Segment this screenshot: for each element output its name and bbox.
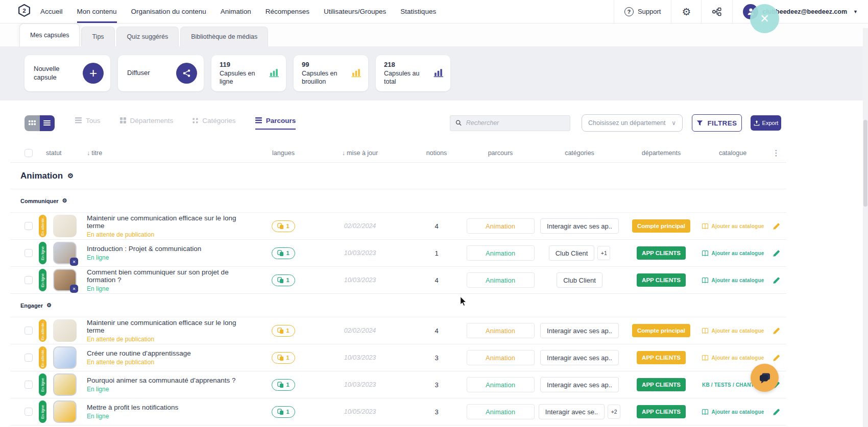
row-checkbox[interactable] xyxy=(25,222,33,230)
row-checkbox[interactable] xyxy=(25,354,33,362)
catalogue-action[interactable]: Ajouter au catalogue xyxy=(700,250,766,257)
filter-tab-categories[interactable]: Catégories xyxy=(192,117,235,130)
parcours-chip[interactable]: Animation xyxy=(467,272,535,288)
tab-mes-capsules[interactable]: Mes capsules xyxy=(19,23,80,46)
category-extra-chip[interactable]: +2 xyxy=(608,405,620,419)
capsule-thumbnail[interactable]: ✕ xyxy=(53,215,77,237)
list-icon xyxy=(255,117,262,123)
table-toolbar: Tous Départements Catégories Parcours Ch… xyxy=(0,101,868,133)
capsule-title[interactable]: Mettre à profit les notifications xyxy=(87,404,255,411)
export-button[interactable]: Export xyxy=(751,115,781,131)
filters-button[interactable]: FILTRES xyxy=(692,114,742,132)
filter-tab-parcours[interactable]: Parcours xyxy=(255,117,296,130)
list-view-icon[interactable] xyxy=(40,115,55,131)
catalogue-action[interactable]: Ajouter au catalogue xyxy=(700,277,766,284)
gear-icon[interactable]: ⚙ xyxy=(46,302,52,309)
search-input[interactable] xyxy=(466,119,565,127)
nav-item-accueil[interactable]: Accueil xyxy=(40,0,63,23)
grid-view-icon[interactable] xyxy=(25,115,40,131)
capsule-thumbnail[interactable]: ✕ xyxy=(53,269,77,291)
capsule-title[interactable]: Maintenir une communication efficace sur… xyxy=(87,214,255,230)
status-pill: En ligne xyxy=(39,269,46,291)
translate-icon xyxy=(277,277,284,284)
plus-icon: + xyxy=(83,63,104,84)
catalogue-action[interactable]: Ajouter au catalogue xyxy=(700,223,766,230)
header-titre[interactable]: ↓titre xyxy=(87,149,255,157)
capsule-thumbnail[interactable]: ✕ xyxy=(53,373,77,396)
new-capsule-button[interactable]: Nouvelle capsule + xyxy=(25,55,110,91)
settings-button[interactable]: ⚙ xyxy=(671,0,701,23)
capsule-title[interactable]: Introduction : Projet & communication xyxy=(87,245,255,253)
close-icon: ✕ xyxy=(760,12,769,26)
scrollbar-thumb[interactable] xyxy=(863,120,867,207)
filter-tab-tous[interactable]: Tous xyxy=(75,117,101,130)
category-chip: Interagir avec ses ap.. xyxy=(540,218,619,234)
catalogue-action[interactable]: Ajouter au catalogue xyxy=(700,355,766,361)
parcours-chip[interactable]: Animation xyxy=(467,404,535,419)
table-header-row: statut ↓titre langues ↓mise à jour notio… xyxy=(10,143,786,163)
column-options-icon[interactable]: ⋮ xyxy=(766,148,786,158)
nav-item-statistiques[interactable]: Statistiques xyxy=(400,0,436,23)
row-checkbox[interactable] xyxy=(25,249,33,257)
capsule-thumbnail[interactable]: ✕ xyxy=(53,242,77,264)
row-checkbox[interactable] xyxy=(25,276,33,284)
stat-capsules-brouillon: 99 Capsules en brouillon xyxy=(294,55,368,91)
capsule-title[interactable]: Créer une routine d'apprentissage xyxy=(87,349,255,357)
department-badge: APP CLIENTS xyxy=(637,273,686,287)
capsule-title[interactable]: Pourquoi animer sa communauté d'apprenan… xyxy=(87,376,255,384)
tab-bibliotheque[interactable]: Bibliothèque de médias xyxy=(180,27,268,46)
view-toggle[interactable] xyxy=(25,115,55,131)
diffuser-button[interactable]: Diffuser xyxy=(118,55,204,91)
search-box[interactable] xyxy=(450,115,570,131)
gear-icon[interactable]: ⚙ xyxy=(62,197,67,204)
tab-quiz-suggeres[interactable]: Quiz suggérés xyxy=(116,27,179,46)
parcours-chip[interactable]: Animation xyxy=(467,350,535,365)
capsule-title[interactable]: Comment bien communiquer sur son projet … xyxy=(87,268,255,284)
department-select[interactable]: Choisissez un département ∨ xyxy=(582,114,683,132)
filter-tab-departements[interactable]: Départements xyxy=(120,117,174,130)
capsule-title[interactable]: Maintenir une communication efficace sur… xyxy=(87,319,255,334)
gear-icon[interactable]: ⚙ xyxy=(67,172,74,180)
nav-item-recompenses[interactable]: Récompenses xyxy=(266,0,309,23)
edit-icon[interactable] xyxy=(773,327,780,335)
navbar-right: ? Support ⚙ clubbeedeez@beedeez.com ▼ xyxy=(614,0,868,23)
edit-icon[interactable] xyxy=(773,249,780,257)
parcours-chip[interactable]: Animation xyxy=(467,245,535,261)
edit-icon[interactable] xyxy=(773,277,780,284)
capsule-thumbnail[interactable]: ✕ xyxy=(53,400,77,423)
chat-launcher-button[interactable] xyxy=(751,364,779,392)
capsule-status: En attente de publication xyxy=(87,231,255,238)
nav-item-mon-contenu[interactable]: Mon contenu xyxy=(77,0,117,23)
beedeez-logo-icon[interactable]: 2 xyxy=(17,4,31,19)
row-checkbox[interactable] xyxy=(25,381,33,389)
row-checkbox[interactable] xyxy=(25,408,33,416)
catalogue-action[interactable]: Ajouter au catalogue xyxy=(700,409,766,415)
edit-icon[interactable] xyxy=(773,354,780,362)
header-mise-a-jour[interactable]: ↓mise à jour xyxy=(311,149,408,157)
edit-icon[interactable] xyxy=(773,222,780,230)
notions-count: 3 xyxy=(408,408,465,416)
svg-text:2: 2 xyxy=(22,7,26,14)
department-badge: APP CLIENTS xyxy=(637,246,686,260)
edit-icon[interactable] xyxy=(773,408,780,416)
category-extra-chip[interactable]: +1 xyxy=(597,246,610,260)
org-share-button[interactable] xyxy=(701,0,732,23)
nav-item-organisation[interactable]: Organisation du contenu xyxy=(131,0,206,23)
parcours-chip[interactable]: Animation xyxy=(467,323,535,338)
notions-count: 4 xyxy=(408,277,465,284)
notions-count: 4 xyxy=(408,327,465,335)
sort-desc-icon: ↓ xyxy=(87,149,90,157)
support-button[interactable]: ? Support xyxy=(614,0,671,23)
parcours-chip[interactable]: Animation xyxy=(467,377,535,392)
row-checkbox[interactable] xyxy=(25,326,33,335)
capsule-thumbnail[interactable]: ✕ xyxy=(53,319,77,342)
nav-item-utilisateurs[interactable]: Utilisateurs/Groupes xyxy=(324,0,386,23)
catalogue-action[interactable]: Ajouter au catalogue xyxy=(700,328,766,334)
select-all-checkbox[interactable] xyxy=(25,149,33,157)
close-widget-button[interactable]: ✕ xyxy=(750,4,779,33)
capsule-thumbnail[interactable]: ✕ xyxy=(53,346,77,369)
parcours-chip[interactable]: Animation xyxy=(467,218,535,234)
tab-tips[interactable]: Tips xyxy=(81,27,114,46)
updated-date: 02/02/2024 xyxy=(311,327,408,334)
nav-item-animation[interactable]: Animation xyxy=(221,0,251,23)
